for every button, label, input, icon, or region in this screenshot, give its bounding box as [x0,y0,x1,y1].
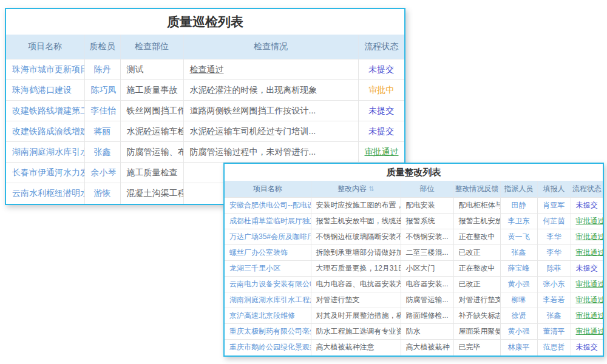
part-cell: 防水 [401,324,453,340]
assignee-cell[interactable]: 徐贤 [500,308,537,324]
inspection-table-row: 改建铁路成渝线增建第... 蒋丽 水泥砼运输车检查 水泥砼运输车司机经过专门培训… [6,121,404,142]
inspection-table-row: 珠海市城市更新项目紫... 陈丹 测试 检查通过 未提交 [6,59,404,80]
rectify-table-row: 京沪高速北京段维修 对其及时开展整治措施，桥头... 路面维修检... 补齐缺失… [225,308,603,324]
inspection-situation-cell: 水泥砼运输车司机经过专门培训... [183,121,358,142]
rectify-content-cell: 安装时应按施工图的布置，将... [311,198,401,214]
reporter-cell[interactable]: 李若若 [537,292,571,308]
inspection-table-row: 湖南洞庭湖水库引水工... 张鑫 防腐管运输、布管 防腐管运输过程中，未对管进行… [6,142,404,163]
assignee-cell[interactable]: 柳琳 [500,292,537,308]
flow-status-cell[interactable]: 审批通过 [571,214,603,229]
page: { "colors": { "accent": "#2db8e6", "head… [0,0,607,364]
flow-status-cell[interactable]: 审批中 [358,80,404,101]
sort-icon[interactable]: ⇅ [368,185,374,192]
assignee-cell[interactable]: 林康平 [500,340,537,356]
flow-status-cell[interactable]: 审批通过 [571,245,603,261]
inspection-situation-cell: 检查通过 [183,59,358,80]
rectify-header-row: 项目名称 整改内容⇅ 部位 整改情况反馈 指派人员 填报人 流程状态 [225,181,603,198]
assignee-cell[interactable]: 田静 [500,198,537,214]
feedback-cell: 屋面采用聚氨... [453,324,500,340]
col-header-reporter: 填报人 [537,181,571,198]
inspector-cell[interactable]: 游恢 [84,183,120,204]
reporter-cell[interactable]: 陈菲 [537,261,571,277]
reporter-cell[interactable]: 李华 [537,229,571,245]
flow-status-cell[interactable]: 审批通过 [571,324,603,340]
reporter-cell[interactable]: 肖亚军 [537,198,571,214]
rectify-content-cell: 报警主机安放牢固，线缆连接... [311,214,401,229]
flow-status-cell[interactable]: 审批通过 [571,292,603,308]
rectify-content-cell: 大理石质量更换，12月31日之... [311,261,401,277]
project-name-cell[interactable]: 湖南洞庭湖水库引水工程施工I标 [225,292,311,308]
col-header-flow-status: 流程状态 [358,35,404,59]
project-name-cell[interactable]: 珠海市城市更新项目紫... [6,59,84,80]
project-name-cell[interactable]: 珠海鹤港口建设 [6,80,84,101]
rectify-content-cell: 电力电容器、电抗器安装方案... [311,277,401,292]
reporter-cell[interactable]: 张鑫 [537,308,571,324]
project-name-cell[interactable]: 重庆市鹅岭公园绿化景观提升... [225,340,311,356]
flow-status-cell[interactable]: 未提交 [358,59,404,80]
reporter-cell[interactable]: 何芷茵 [537,214,571,229]
inspection-part-cell: 混凝土沟渠工程 [120,183,183,204]
project-name-cell[interactable]: 安徽合肥供电公司--配电设备... [225,198,311,214]
inspection-situation-cell: 防腐管运输过程中，未对管进行... [183,142,358,163]
project-name-cell[interactable]: 京沪高速北京段维修 [225,308,311,324]
reporter-cell[interactable]: 张小东 [537,277,571,292]
flow-status-cell[interactable]: 未提交 [358,101,404,121]
flow-status-cell[interactable]: 审批通过 [571,277,603,292]
col-header-flow-status: 流程状态 [571,181,603,198]
rectify-table-row: 安徽合肥供电公司--配电设备... 安装时应按施工图的布置，将... 配电安装 … [225,198,603,214]
rectify-content-label: 整改内容 [337,184,367,193]
project-name-cell[interactable]: 重庆太极制药有限公司亳州中... [225,324,311,340]
inspection-part-cell: 铁丝网围挡工作检查 [120,101,183,121]
part-cell: 电容器安装... [401,277,453,292]
rectify-content-cell: 对其及时开展整治措施，桥头... [311,308,401,324]
part-cell: 高大植被栽种 [401,340,453,356]
part-cell: 配电安装 [401,198,453,214]
project-name-cell[interactable]: 龙湖三千里小区 [225,261,311,277]
inspector-cell[interactable]: 张鑫 [84,142,120,163]
inspector-cell[interactable]: 余小琴 [84,163,120,183]
part-cell: 二至三楼混... [401,245,453,261]
project-name-cell[interactable]: 螺丝厂办公室装饰 [225,245,311,261]
assignee-cell[interactable]: 黄一飞 [500,229,537,245]
flow-status-cell[interactable]: 未提交 [571,198,603,214]
flow-status-cell[interactable]: 未提交 [571,261,603,277]
flow-status-cell[interactable]: 审批通过 [358,142,404,163]
col-header-assignee: 指派人员 [500,181,537,198]
assignee-cell[interactable]: 薛宝峰 [500,261,537,277]
project-name-cell[interactable]: 云南电力设备安装有限公司20... [225,277,311,292]
project-name-cell[interactable]: 改建铁路线增建第二线... [6,101,84,121]
rectify-content-cell: 拆除到承重墙部分请做好加固... [311,245,401,261]
project-name-cell[interactable]: 云南水利枢纽潜明水库... [6,183,84,204]
rectify-table-row: 螺丝厂办公室装饰 拆除到承重墙部分请做好加固... 二至三楼混... 已改正 张… [225,245,603,261]
reporter-cell[interactable]: 董清平 [537,324,571,340]
part-cell: 报警系统 [401,214,453,229]
reporter-cell[interactable]: 范思哲 [537,340,571,356]
project-name-cell[interactable]: 改建铁路成渝线增建第... [6,121,84,142]
col-header-rectify-content: 整改内容⇅ [311,181,401,198]
project-name-cell[interactable]: 长春市伊通河水力发电... [6,163,84,183]
inspection-situation-cell: 道路两侧铁丝网围挡工作按设计... [183,101,358,121]
col-header-feedback: 整改情况反馈 [453,181,500,198]
flow-status-cell[interactable]: 审批通过 [571,229,603,245]
project-name-cell[interactable]: 成都杜甫草堂临时展厅独立展... [225,214,311,229]
project-name-cell[interactable]: 万达广场35#会所及咖啡厅空... [225,229,311,245]
assignee-cell[interactable]: 李卫东 [500,214,537,229]
flow-status-cell[interactable]: 未提交 [571,340,603,356]
inspector-cell[interactable]: 陈丹 [84,59,120,80]
part-cell: 小区大门 [401,261,453,277]
col-header-inspection-situation: 检查情况 [183,35,358,59]
project-name-cell[interactable]: 湖南洞庭湖水库引水工... [6,142,84,163]
inspector-cell[interactable]: 李佳怡 [84,101,120,121]
reporter-cell[interactable]: 李华 [537,245,571,261]
inspector-cell[interactable]: 蒋丽 [84,121,120,142]
assignee-cell[interactable]: 张鑫 [500,245,537,261]
assignee-cell[interactable]: 黄小强 [500,324,537,340]
col-header-project-name: 项目名称 [225,181,311,198]
assignee-cell[interactable]: 黄小强 [500,277,537,292]
col-header-part: 部位 [401,181,453,198]
flow-status-cell[interactable]: 未提交 [358,121,404,142]
feedback-cell: 报警主机安放... [453,214,500,229]
inspector-cell[interactable]: 陈巧凤 [84,80,120,101]
feedback-cell: 配电柜柜体与... [453,198,500,214]
flow-status-cell[interactable]: 审批通过 [571,308,603,324]
